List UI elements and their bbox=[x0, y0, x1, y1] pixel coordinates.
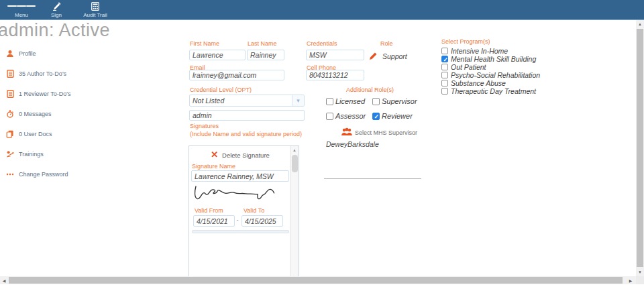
checkbox-licensed[interactable] bbox=[326, 98, 333, 105]
additional-roles-label: Additional Role(s) bbox=[346, 86, 394, 93]
sidebar-item-label: 0 User Docs bbox=[19, 131, 52, 137]
signatures-sublabel: (Include Name and valid signature period… bbox=[190, 131, 302, 137]
sidebar-item-messages[interactable]: 0 Messages bbox=[6, 109, 52, 119]
sidebar-item-label: 35 Author To-Do's bbox=[19, 70, 66, 77]
chevron-down-icon: ▾ bbox=[292, 95, 304, 106]
checkbox-assessor-label: Assessor bbox=[335, 112, 366, 120]
person-icon bbox=[6, 50, 14, 58]
checkbox-assessor[interactable] bbox=[326, 113, 333, 120]
valid-to-input[interactable] bbox=[241, 215, 283, 227]
sidebar-item-label: Trainings bbox=[19, 151, 44, 158]
app-window: Menu Sign Audit Trail admin: Active Prof… bbox=[0, 0, 644, 297]
signature-panel-hscrollbar[interactable] bbox=[192, 230, 289, 233]
sidebar-item-label: 1 Reviewer To-Do's bbox=[19, 91, 71, 97]
people-group-icon[interactable] bbox=[341, 127, 353, 139]
select-mhs-supervisor-button[interactable]: Select MHS Supervisor bbox=[355, 129, 417, 136]
email-input[interactable] bbox=[189, 70, 284, 80]
hscrollbar-thumb[interactable] bbox=[9, 277, 623, 284]
audit-trail-button[interactable]: Audit Trail bbox=[74, 2, 117, 18]
sign-button[interactable]: Sign bbox=[39, 2, 74, 18]
sidebar-item-reviewer-todos[interactable]: 1 Reviewer To-Do's bbox=[6, 89, 71, 99]
scroll-down-icon[interactable]: ▼ bbox=[636, 268, 644, 276]
dots-icon bbox=[6, 170, 14, 178]
sidebar-item-user-docs[interactable]: 0 User Docs bbox=[6, 129, 52, 139]
sidebar-item-author-todos[interactable]: 35 Author To-Do's bbox=[6, 69, 66, 78]
sidebar-item-trainings[interactable]: Trainings bbox=[6, 150, 44, 159]
menu-icon bbox=[7, 2, 36, 11]
checkbox-substance-abuse[interactable] bbox=[441, 80, 448, 86]
scrollbar-thumb[interactable] bbox=[292, 155, 298, 172]
delete-signature-label: Delete Signature bbox=[222, 152, 270, 159]
menu-button[interactable]: Menu bbox=[4, 2, 39, 18]
valid-from-input[interactable] bbox=[193, 215, 235, 227]
valid-to-label: Valid To bbox=[244, 207, 264, 214]
checkbox-therapeutic-day-treatment-label: Therapeutic Day Treatment bbox=[451, 87, 536, 95]
scroll-left-icon[interactable]: ◀ bbox=[0, 276, 8, 284]
checkbox-licensed-label: Licensed bbox=[335, 97, 365, 105]
signature-panel-vscrollbar[interactable]: ▲ bbox=[290, 146, 299, 276]
sidebar-item-label: Change Password bbox=[19, 171, 68, 178]
sidebar-item-label: Profile bbox=[19, 50, 36, 57]
credentials-input[interactable] bbox=[306, 50, 364, 60]
username-input[interactable] bbox=[189, 110, 305, 121]
select-programs-label: Select Program(s) bbox=[441, 38, 490, 45]
copy-docs-icon bbox=[6, 130, 14, 138]
scrollbar-corner bbox=[636, 276, 644, 284]
credential-level-label: Credential Level (OPT) bbox=[190, 86, 252, 93]
sign-label: Sign bbox=[51, 12, 62, 18]
page-vscrollbar[interactable]: ▲ ▼ bbox=[636, 20, 644, 276]
document-icon bbox=[6, 70, 14, 78]
checkbox-reviewer-label: Reviewer bbox=[382, 112, 413, 120]
role-label: Role bbox=[380, 40, 393, 47]
cell-phone-input[interactable] bbox=[306, 70, 364, 80]
checkbox-mental-health-skill-building-label: Mental Health Skill Building bbox=[451, 55, 536, 63]
checkbox-therapeutic-day-treatment[interactable] bbox=[441, 88, 448, 95]
credential-level-select[interactable]: Not Listed ▾ bbox=[189, 95, 305, 107]
delete-x-icon: ✕ bbox=[211, 151, 218, 159]
checkbox-supervisor-label: Supervisor bbox=[382, 97, 417, 105]
checkbox-intensive-in-home-label: Intensive In-Home bbox=[451, 47, 508, 55]
top-toolbar: Menu Sign Audit Trail bbox=[0, 0, 644, 20]
mhs-supervisor-value: DeweyBarksdale bbox=[326, 140, 379, 148]
valid-from-label: Valid From bbox=[195, 207, 223, 214]
credentials-label: Credentials bbox=[307, 40, 337, 47]
checkbox-out-patient[interactable] bbox=[441, 64, 448, 70]
scroll-right-icon[interactable]: ▶ bbox=[627, 276, 635, 284]
audit-trail-icon bbox=[91, 2, 99, 11]
role-value: Support bbox=[382, 52, 407, 60]
signature-image bbox=[193, 184, 278, 204]
first-name-label: First Name bbox=[190, 40, 219, 47]
checkbox-mental-health-skill-building[interactable] bbox=[441, 56, 448, 62]
page-title: admin: Active bbox=[0, 20, 110, 41]
sidebar-item-label: 0 Messages bbox=[19, 111, 52, 117]
signature-name-label: Signature Name bbox=[192, 163, 235, 170]
audit-trail-label: Audit Trail bbox=[83, 12, 107, 18]
checkbox-substance-abuse-label: Substance Abuse bbox=[451, 79, 506, 87]
stopwatch-icon bbox=[6, 110, 14, 118]
vscrollbar-thumb[interactable] bbox=[637, 29, 643, 267]
credential-level-value: Not Listed bbox=[190, 97, 292, 105]
document-icon bbox=[6, 90, 14, 98]
last-name-label: Last Name bbox=[248, 40, 277, 47]
scroll-up-icon[interactable]: ▲ bbox=[636, 20, 644, 28]
page-hscrollbar[interactable]: ◀ ▶ bbox=[0, 276, 636, 284]
sidebar-item-profile[interactable]: Profile bbox=[6, 49, 36, 58]
supervisor-signature-line bbox=[324, 178, 421, 179]
signature-panel: ✕ Delete Signature Signature Name Valid … bbox=[189, 145, 299, 277]
delete-signature-button[interactable]: ✕ Delete Signature bbox=[189, 151, 291, 159]
sidebar-item-change-password[interactable]: Change Password bbox=[6, 170, 68, 179]
date-range-separator: - bbox=[237, 217, 239, 223]
first-name-input[interactable] bbox=[189, 50, 246, 60]
checkbox-supervisor[interactable] bbox=[372, 98, 380, 105]
checkbox-reviewer[interactable] bbox=[372, 113, 380, 120]
signature-name-input[interactable] bbox=[191, 170, 289, 182]
menu-label: Menu bbox=[15, 12, 28, 18]
pencil-icon[interactable] bbox=[369, 51, 378, 63]
scroll-up-icon[interactable]: ▲ bbox=[290, 146, 299, 154]
checkbox-psycho-social-rehabilitation[interactable] bbox=[441, 72, 448, 78]
checkbox-intensive-in-home[interactable] bbox=[441, 48, 448, 54]
signatures-label: Signatures bbox=[190, 123, 219, 129]
checkbox-psycho-social-rehabilitation-label: Psycho-Social Rehabilitation bbox=[451, 71, 540, 79]
last-name-input[interactable] bbox=[247, 50, 284, 60]
sign-pen-icon bbox=[52, 2, 61, 11]
